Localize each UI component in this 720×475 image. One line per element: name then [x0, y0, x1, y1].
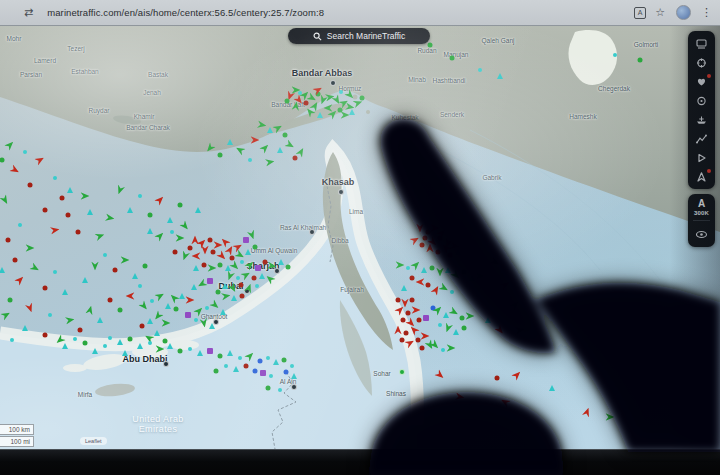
eye-icon — [695, 229, 708, 240]
notification-badge — [707, 74, 711, 78]
favorites-button[interactable] — [688, 72, 715, 91]
vessel-icon — [695, 171, 708, 183]
profile-avatar[interactable] — [676, 5, 691, 20]
routes-icon — [695, 133, 708, 145]
monitor-bezel — [0, 449, 720, 475]
browser-menu-icon[interactable]: ⋮ — [701, 6, 712, 19]
play-icon — [695, 152, 708, 164]
vessel-alerts-button[interactable] — [688, 167, 715, 186]
screen-photo: ⇄ marinetraffic.com/en/ais/home/centerx:… — [0, 0, 720, 475]
heart-icon — [695, 76, 708, 88]
search-placeholder: Search MarineTraffic — [327, 31, 405, 41]
browser-url-bar[interactable]: ⇄ marinetraffic.com/en/ais/home/centerx:… — [0, 0, 720, 26]
bookmark-star-icon[interactable]: ☆ — [655, 7, 665, 18]
map-landmasses — [0, 0, 720, 475]
routes-button[interactable] — [688, 129, 715, 148]
search-icon — [313, 32, 322, 41]
vessel-count-badge: 300K — [694, 210, 709, 216]
translate-icon[interactable]: A — [634, 7, 646, 19]
target-icon — [695, 95, 708, 107]
url-text[interactable]: marinetraffic.com/en/ais/home/centerx:56… — [47, 7, 324, 18]
map-attribution[interactable]: Leaflet — [80, 437, 107, 445]
sync-icon[interactable]: ⇄ — [24, 6, 33, 19]
visibility-button[interactable] — [688, 225, 715, 244]
search-bar[interactable]: Search MarineTraffic — [288, 28, 430, 44]
toolbar-divider — [693, 220, 710, 221]
scale-mi: 100 mi — [0, 436, 34, 447]
notification-badge — [707, 169, 711, 173]
helm-settings-button[interactable] — [688, 53, 715, 72]
my-fleet-button[interactable] — [688, 110, 715, 129]
my-location-button[interactable] — [688, 91, 715, 110]
map-toolbar — [688, 31, 715, 189]
layers-icon — [695, 38, 708, 50]
vessel-filter-letter: A — [698, 198, 705, 209]
helm-icon — [695, 57, 708, 69]
scale-km: 100 km — [0, 424, 34, 435]
map-layers-button[interactable] — [688, 34, 715, 53]
fleet-icon — [695, 114, 708, 126]
playback-button[interactable] — [688, 148, 715, 167]
vessel-count-panel[interactable]: A 300K — [688, 194, 715, 247]
